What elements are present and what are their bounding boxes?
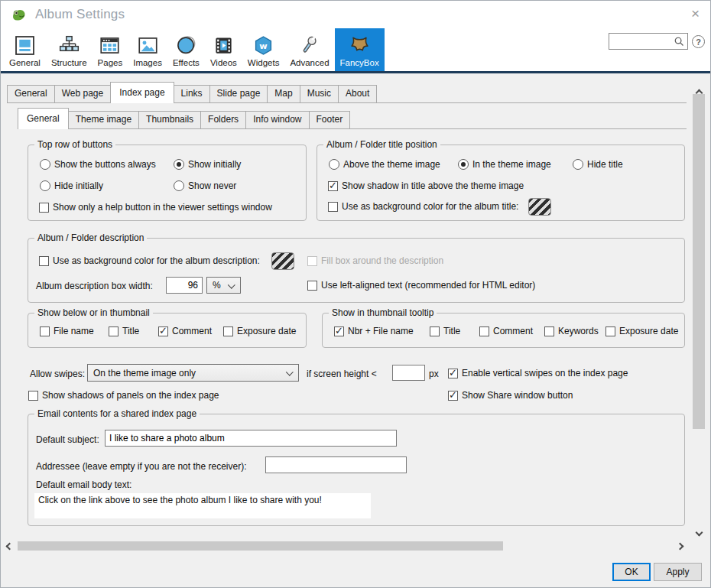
checkbox-tooltip-title[interactable]: Title bbox=[430, 325, 460, 337]
email-body-textarea[interactable]: Click on the link above to see the photo… bbox=[34, 493, 371, 518]
radio-show-never[interactable]: Show never bbox=[174, 180, 236, 192]
horizontal-scrollbar[interactable] bbox=[2, 540, 687, 552]
window-title: Album Settings bbox=[35, 7, 125, 22]
tab-index-page[interactable]: Index page bbox=[110, 82, 174, 103]
checkbox-box bbox=[307, 256, 317, 266]
toolbar-item-label: Pages bbox=[98, 58, 123, 67]
toolbar-item-general[interactable]: General bbox=[4, 28, 46, 71]
radio-hide-initially[interactable]: Hide initially bbox=[40, 180, 103, 192]
selected-unit: % bbox=[213, 280, 221, 291]
description-width-input[interactable] bbox=[166, 277, 203, 294]
scroll-down-arrow-icon[interactable] bbox=[693, 528, 705, 540]
checkbox-show-share-window-button[interactable]: Show Share window button bbox=[448, 389, 573, 401]
checkbox-show-only-help-button[interactable]: Show only a help button in the viewer se… bbox=[39, 201, 272, 213]
search-input[interactable] bbox=[609, 34, 674, 48]
addressee-label: Addressee (leave empty if you are not th… bbox=[36, 461, 246, 472]
addressee-input[interactable] bbox=[265, 456, 407, 473]
title-bg-color-swatch[interactable] bbox=[528, 198, 551, 216]
horizontal-scrollbar-thumb[interactable] bbox=[18, 541, 503, 551]
checkbox-bg-color-description[interactable]: Use as background color for the album de… bbox=[39, 255, 294, 267]
screen-height-input[interactable] bbox=[392, 365, 425, 381]
toolbar-item-label: Widgets bbox=[248, 58, 280, 67]
vertical-scrollbar-thumb[interactable] bbox=[693, 94, 705, 429]
tab-general[interactable]: General bbox=[7, 85, 55, 102]
subtab-info-window[interactable]: Info window bbox=[245, 111, 309, 128]
checkbox-label: Fill box around the description bbox=[321, 255, 443, 266]
description-width-unit-select[interactable]: % bbox=[206, 277, 241, 294]
close-icon[interactable]: × bbox=[691, 6, 700, 21]
checkbox-box bbox=[328, 202, 338, 212]
checkbox-box bbox=[448, 391, 458, 401]
description-bg-color-swatch[interactable] bbox=[271, 252, 294, 270]
chevron-down-icon bbox=[286, 369, 294, 376]
subtab-thumbnails[interactable]: Thumbnails bbox=[138, 111, 201, 128]
help-icon[interactable]: ? bbox=[692, 35, 705, 48]
checkbox-file-name[interactable]: File name bbox=[40, 325, 94, 337]
radio-circle bbox=[458, 159, 469, 170]
radio-show-initially[interactable]: Show initially bbox=[174, 158, 241, 171]
toolbar-item-fancybox[interactable]: FancyBox bbox=[335, 28, 385, 71]
checkbox-box bbox=[334, 326, 344, 336]
checkbox-nbr-file-name[interactable]: Nbr + File name bbox=[334, 325, 414, 337]
checkbox-fill-box-description[interactable]: Fill box around the description bbox=[307, 255, 443, 267]
checkbox-title[interactable]: Title bbox=[109, 325, 139, 337]
toolbar-item-pages[interactable]: Pages bbox=[93, 28, 128, 71]
subtab-theme-image[interactable]: Theme image bbox=[68, 111, 139, 128]
checkbox-show-shadows-panels[interactable]: Show shadows of panels on the index page bbox=[28, 389, 219, 401]
tab-map[interactable]: Map bbox=[267, 85, 300, 102]
tab-music[interactable]: Music bbox=[300, 85, 339, 102]
checkbox-box bbox=[328, 181, 338, 191]
toolbar-item-widgets[interactable]: w Widgets bbox=[242, 28, 285, 71]
checkbox-show-shadow-title[interactable]: Show shadow in title above the theme ima… bbox=[328, 180, 524, 192]
radio-hide-title[interactable]: Hide title bbox=[573, 158, 623, 171]
toolbar-item-structure[interactable]: Structure bbox=[46, 28, 93, 71]
checkbox-left-aligned-text[interactable]: Use left-aligned text (recommended for H… bbox=[307, 279, 535, 291]
radio-circle bbox=[573, 159, 583, 170]
allow-swipes-select[interactable]: On the theme image only bbox=[87, 364, 299, 382]
checkbox-comment[interactable]: Comment bbox=[158, 325, 212, 337]
toolbar-item-effects[interactable]: Effects bbox=[167, 28, 205, 71]
default-email-body-label: Default email body text: bbox=[36, 479, 131, 490]
checkbox-box bbox=[430, 326, 440, 336]
checkbox-box bbox=[109, 326, 118, 336]
ok-button[interactable]: OK bbox=[612, 563, 651, 581]
tab-web-page[interactable]: Web page bbox=[54, 85, 112, 102]
apply-button[interactable]: Apply bbox=[654, 563, 702, 581]
toolbar-item-images[interactable]: Images bbox=[128, 28, 167, 71]
checkbox-box bbox=[158, 326, 168, 336]
group-legend: Email contents for a shared index page bbox=[34, 408, 200, 419]
checkbox-bg-color-album-title[interactable]: Use as background color for the album ti… bbox=[328, 200, 551, 213]
toolbar-item-label: FancyBox bbox=[340, 58, 379, 67]
scroll-right-arrow-icon[interactable] bbox=[675, 540, 687, 552]
group-legend: Album / Folder title position bbox=[323, 139, 440, 150]
checkbox-box bbox=[307, 281, 317, 291]
search-icon[interactable] bbox=[674, 36, 687, 47]
checkbox-enable-vertical-swipes[interactable]: Enable vertical swipes on the index page bbox=[448, 367, 628, 379]
checkbox-exposure-date[interactable]: Exposure date bbox=[223, 325, 296, 337]
tab-about[interactable]: About bbox=[338, 85, 377, 102]
checkbox-label: Title bbox=[443, 326, 460, 336]
checkbox-tooltip-comment[interactable]: Comment bbox=[479, 325, 533, 337]
tab-links[interactable]: Links bbox=[174, 85, 210, 102]
vertical-scrollbar[interactable] bbox=[690, 85, 708, 540]
checkbox-box bbox=[39, 256, 49, 266]
subtab-folders[interactable]: Folders bbox=[200, 111, 246, 128]
radio-above-theme-image[interactable]: Above the theme image bbox=[329, 158, 440, 171]
settings-content: General Web page Index page Links Slide … bbox=[1, 73, 711, 588]
main-tab-underline bbox=[7, 102, 687, 103]
subtab-general[interactable]: General bbox=[18, 108, 69, 129]
radio-in-theme-image[interactable]: In the theme image bbox=[458, 158, 551, 171]
toolbar-item-videos[interactable]: Videos bbox=[205, 28, 242, 71]
radio-show-buttons-always[interactable]: Show the buttons always bbox=[40, 158, 156, 171]
radio-circle bbox=[40, 180, 50, 191]
if-screen-height-label: if screen height < bbox=[307, 369, 377, 379]
checkbox-tooltip-keywords[interactable]: Keywords bbox=[544, 325, 599, 337]
checkbox-tooltip-exposure-date[interactable]: Exposure date bbox=[605, 325, 678, 337]
default-subject-label: Default subject: bbox=[36, 434, 99, 445]
tab-slide-page[interactable]: Slide page bbox=[209, 85, 268, 102]
scroll-left-arrow-icon[interactable] bbox=[2, 540, 15, 552]
group-top-row-of-buttons: Top row of buttons Show the buttons alwa… bbox=[28, 145, 307, 221]
subtab-footer[interactable]: Footer bbox=[309, 111, 351, 128]
default-subject-input[interactable] bbox=[105, 430, 397, 447]
toolbar-item-advanced[interactable]: Advanced bbox=[284, 28, 334, 71]
